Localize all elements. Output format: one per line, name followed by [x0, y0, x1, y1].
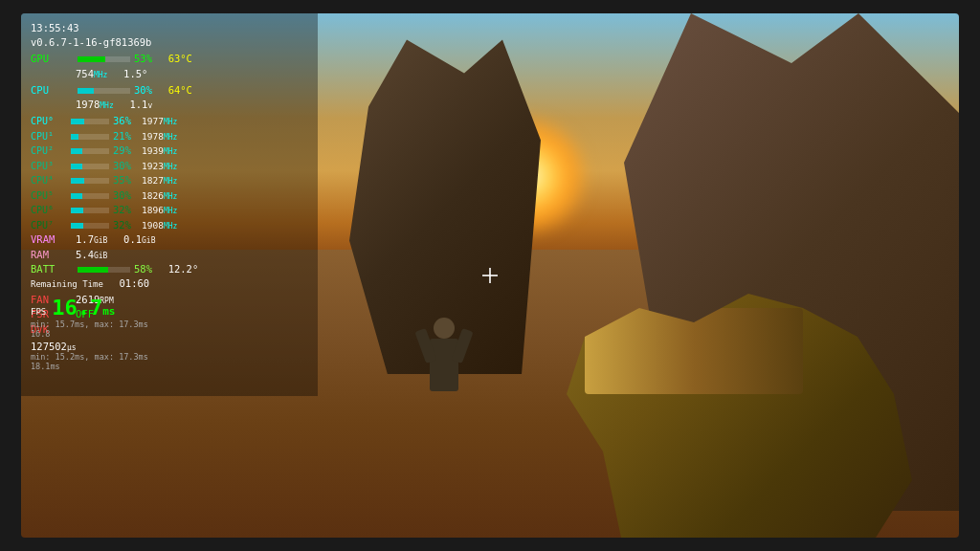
hud-batt-usage: 58%	[134, 262, 152, 276]
hud-cpu-core-6: CPU⁶ 32% 1896MHz	[31, 203, 308, 218]
hud-fps-section: FPS 16.7ms min: 15.7ms, max: 17.3ms 16.8…	[31, 296, 148, 371]
hud-batt-val2: 12.2°	[168, 262, 199, 276]
hud-cpu-volt: 1.1v	[129, 98, 152, 112]
hud-batt-row: BATT 58% 12.2°	[31, 262, 308, 276]
hud-timestamp: 13:55:43	[31, 21, 308, 35]
hud-cpu-core-2: CPU² 29% 1939MHz	[31, 143, 308, 159]
hud-gpu-row: GPU 53% 63°C	[31, 52, 308, 66]
hud-cpu-bar	[78, 88, 130, 94]
hud-frametime-val: 127502µs	[31, 341, 77, 352]
hud-ram-row: RAM 5.4GiB	[31, 248, 308, 262]
hud-cpu-core-4: CPU⁴ 35% 1827MHz	[31, 173, 308, 188]
hud-gpu-freq: 754MHz	[76, 67, 107, 81]
hud-cpu-core-5: CPU⁵ 30% 1826MHz	[31, 188, 308, 204]
enemy-character	[415, 296, 473, 391]
hud-cpu-core-3: CPU³ 30% 1923MHz	[31, 159, 308, 174]
hud-fps-minmax: min: 15.7ms, max: 17.3ms	[31, 320, 148, 329]
hud-gpu-usage: 53%	[134, 52, 152, 66]
game-viewport: 13:55:43 v0.6.7-1-16-gf81369b GPU 53% 63…	[21, 13, 959, 538]
hud-cpu-core-1: CPU¹ 21% 1978MHz	[31, 129, 308, 144]
hud-fps-avg: 16.8	[31, 329, 148, 339]
hud-remaining-time-row: Remaining Time 01:60	[31, 276, 308, 291]
hud-cpu-core-0: CPU⁰ 36% 1977MHz	[31, 114, 308, 129]
hud-vram-val2: 0.1GiB	[123, 232, 155, 247]
hud-cpu-freq: 1978MHz	[76, 98, 114, 112]
hud-gpu-label: GPU	[31, 52, 74, 66]
hud-cpu-cores: CPU⁰ 36% 1977MHz CPU¹ 21% 1978MHz CPU² 2…	[31, 114, 308, 232]
enemy-head	[434, 318, 455, 339]
hud-gpu-temp2: 1.5°	[123, 67, 147, 81]
hud-remaining-label: Remaining Time	[31, 278, 103, 291]
hud-cpu-label: CPU	[31, 83, 74, 98]
hud-frame-minmax: min: 15.2ms, max: 17.3ms	[31, 352, 148, 362]
hud-gpu-freq-row: 754MHz 1.5°	[31, 67, 308, 81]
hud-frame-avg: 18.1ms	[31, 362, 148, 371]
crosshair	[482, 268, 498, 283]
hud-batt-bar	[78, 267, 130, 273]
hud-frametime-row: 127502µs	[31, 341, 148, 352]
hud-cpu-freq-row: 1978MHz 1.1v	[31, 98, 308, 112]
hud-gpu-temp: 63°C	[168, 52, 192, 66]
hud-batt-label: BATT	[31, 262, 74, 276]
hud-fps-row: FPS 16.7ms	[31, 296, 148, 320]
hud-cpu-usage: 30%	[134, 83, 152, 98]
hud-vram-row: VRAM 1.7GiB 0.1GiB	[31, 232, 308, 247]
enemy-body	[430, 339, 458, 391]
hud-ram-label: RAM	[31, 248, 74, 262]
hud-ram-val: 5.4GiB	[76, 248, 107, 262]
hud-fps-label: FPS	[31, 307, 46, 317]
hud-vram-val: 1.7GiB	[76, 232, 107, 247]
hud-gpu-bar	[78, 56, 130, 62]
hud-remaining-val: 01:60	[120, 276, 150, 291]
hud-version: v0.6.7-1-16-gf81369b	[31, 35, 308, 50]
hud-vram-label: VRAM	[31, 232, 74, 247]
hud-cpu-row: CPU 30% 64°C	[31, 83, 308, 98]
hud-cpu-temp: 64°C	[168, 83, 192, 98]
hud-fps-val: 16.7ms	[52, 296, 115, 320]
hud-cpu-core-7: CPU⁷ 32% 1908MHz	[31, 218, 308, 233]
